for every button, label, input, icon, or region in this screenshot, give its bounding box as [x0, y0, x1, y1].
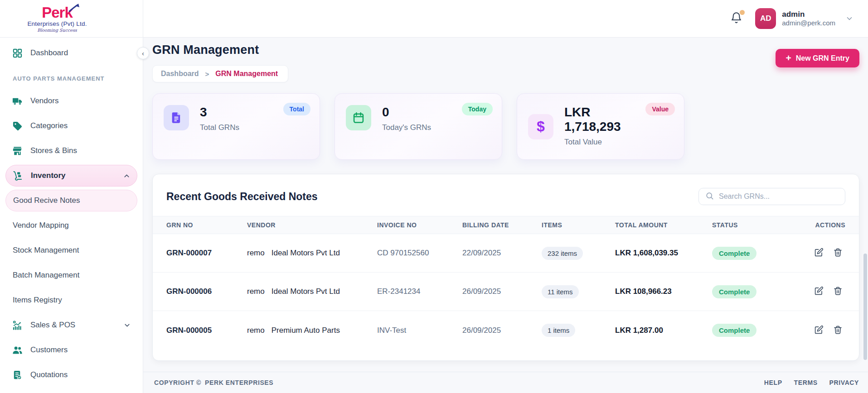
new-grn-entry-button[interactable]: + New GRN Entry — [776, 49, 859, 67]
column-header-total-amount: TOTAL AMOUNT — [615, 221, 712, 229]
search-input[interactable] — [719, 192, 839, 201]
table-row: GRN-000006remoIdeal Motors Pvt LtdER-234… — [153, 273, 859, 311]
sidebar-item-items-registry[interactable]: Items Registry — [5, 289, 137, 311]
sidebar-section-label: AUTO PARTS MANAGEMENT — [13, 75, 137, 82]
footer-links: HELPTERMSPRIVACY — [764, 379, 859, 386]
column-header-items: ITEMS — [542, 221, 615, 229]
sidebar-item-label: Batch Management — [13, 271, 79, 280]
vendor: remoIdeal Motors Pvt Ltd — [247, 287, 377, 296]
status-badge: Today — [462, 103, 493, 115]
sidebar-item-label: Sales & POS — [30, 321, 75, 330]
chevron-down-icon — [123, 321, 131, 329]
sidebar-item-label: Dashboard — [30, 48, 68, 58]
users-icon — [12, 345, 23, 355]
sidebar-item-categories[interactable]: Categories — [5, 115, 137, 137]
sidebar-item-vendors[interactable]: Vendors — [5, 90, 137, 112]
sidebar-item-vendor-mapping[interactable]: Vendor Mapping — [5, 215, 137, 236]
copyright: COPYRIGHT ©PERK ENTERPRISES — [154, 379, 273, 386]
items-badge: 1 items — [542, 324, 575, 337]
sidebar-item-stock-management[interactable]: Stock Management — [5, 240, 137, 261]
footer-link-terms[interactable]: TERMS — [794, 379, 818, 386]
breadcrumb-separator: > — [205, 70, 209, 78]
actions — [809, 325, 845, 336]
chevron-down-icon[interactable] — [845, 14, 853, 23]
sidebar-item-quotations[interactable]: Quotations — [5, 364, 137, 386]
items-count: 11 items — [542, 285, 615, 298]
stat-card-todays-grns: 0 Today's GRNs Today — [335, 93, 502, 160]
sidebar-collapse-button[interactable]: ‹ — [137, 47, 149, 59]
arrow-icon — [69, 3, 80, 14]
chart-icon: $ — [12, 320, 23, 331]
sidebar-item-customers[interactable]: Customers — [5, 339, 137, 361]
footer-link-privacy[interactable]: PRIVACY — [829, 379, 859, 386]
logo: Perk Enterprises (Pvt) Ltd. Blooming Suc… — [0, 0, 143, 38]
page-title: GRN Management — [152, 43, 859, 57]
trash-icon — [833, 248, 843, 259]
table-body: GRN-000007remoIdeal Motors Pvt LtdCD 970… — [153, 234, 859, 350]
brand-tagline: Blooming Success — [5, 28, 110, 33]
vendor-name: Ideal Motors Pvt Ltd — [272, 287, 340, 296]
delete-button[interactable] — [833, 286, 843, 297]
sidebar-item-sales-pos[interactable]: $Sales & POS — [5, 314, 137, 336]
store-icon — [12, 146, 23, 156]
vendor: remoPremium Auto Parts — [247, 326, 377, 335]
app-root: Perk Enterprises (Pvt) Ltd. Blooming Suc… — [0, 0, 868, 393]
edit-button[interactable] — [814, 325, 824, 336]
dollar-icon: $ — [528, 114, 553, 139]
sidebar-item-label: Vendor Mapping — [13, 221, 69, 230]
brand-name: Perk — [42, 4, 73, 21]
sidebar-nav: DashboardAUTO PARTS MANAGEMENTVendorsCat… — [0, 38, 143, 393]
invoice-no: ER-2341234 — [377, 287, 462, 296]
status: Complete — [712, 324, 809, 337]
chevron-up-icon — [123, 172, 131, 180]
page-scrollbar[interactable] — [863, 254, 867, 360]
billing-date: 26/09/2025 — [462, 287, 542, 296]
sidebar-item-stores-bins[interactable]: Stores & Bins — [5, 140, 137, 162]
document-icon — [164, 105, 189, 130]
plus-icon: + — [786, 53, 791, 62]
quote-icon — [12, 370, 23, 380]
footer-link-help[interactable]: HELP — [764, 379, 782, 386]
edit-icon — [814, 248, 824, 259]
sidebar-item-dashboard[interactable]: Dashboard — [5, 42, 137, 64]
grn-no: GRN-000006 — [166, 287, 247, 296]
content: GRN Management Dashboard > GRN Managemen… — [143, 38, 868, 372]
avatar[interactable]: AD — [755, 8, 776, 29]
sidebar-item-label: Customers — [30, 345, 68, 355]
calendar-icon — [346, 105, 371, 130]
table-header: GRN NOVENDORINVOICE NOBILLING DATEITEMST… — [153, 216, 859, 234]
footer: COPYRIGHT ©PERK ENTERPRISES HELPTERMSPRI… — [143, 372, 868, 393]
stats-row: 3 Total GRNs Total 0 Today's GRNs Today — [152, 93, 859, 160]
topbar: AD admin admin@perk.com — [143, 0, 868, 38]
sidebar-item-batch-management[interactable]: Batch Management — [5, 264, 137, 286]
edit-button[interactable] — [814, 286, 824, 297]
total-amount: LKR 1,608,039.35 — [615, 249, 712, 258]
actions — [809, 248, 845, 259]
sidebar-item-label: Inventory — [31, 171, 66, 180]
sidebar-item-label: Items Registry — [13, 296, 62, 305]
user-menu[interactable]: admin admin@perk.com — [782, 10, 835, 28]
stat-label: Today's GRNs — [382, 123, 431, 132]
stat-label: Total GRNs — [200, 123, 239, 132]
vendor-name: Ideal Motors Pvt Ltd — [272, 249, 340, 257]
delete-button[interactable] — [833, 248, 843, 259]
vendor-code: remo — [247, 326, 265, 335]
items-badge: 11 items — [542, 285, 579, 298]
total-amount: LKR 1,287.00 — [615, 326, 712, 335]
user-name: admin — [782, 10, 835, 19]
brand-subtitle: Enterprises (Pvt) Ltd. — [5, 21, 110, 27]
grn-table-card: Recent Goods Received Notes GRN NOVENDOR… — [152, 174, 859, 361]
grn-no: GRN-000005 — [166, 326, 247, 335]
notification-dot — [740, 10, 745, 15]
sidebar-item-good-recive-notes[interactable]: Good Recive Notes — [5, 190, 137, 211]
sidebar-item-inventory[interactable]: Inventory — [5, 165, 137, 187]
tag-icon — [12, 121, 23, 131]
notifications-button[interactable] — [730, 12, 742, 26]
vendor-code: remo — [247, 249, 265, 257]
edit-button[interactable] — [814, 248, 824, 259]
delete-button[interactable] — [833, 325, 843, 336]
status: Complete — [712, 247, 809, 260]
breadcrumb-dashboard[interactable]: Dashboard — [161, 70, 199, 78]
invoice-no: CD 970152560 — [377, 249, 462, 258]
billing-date: 22/09/2025 — [462, 249, 542, 258]
